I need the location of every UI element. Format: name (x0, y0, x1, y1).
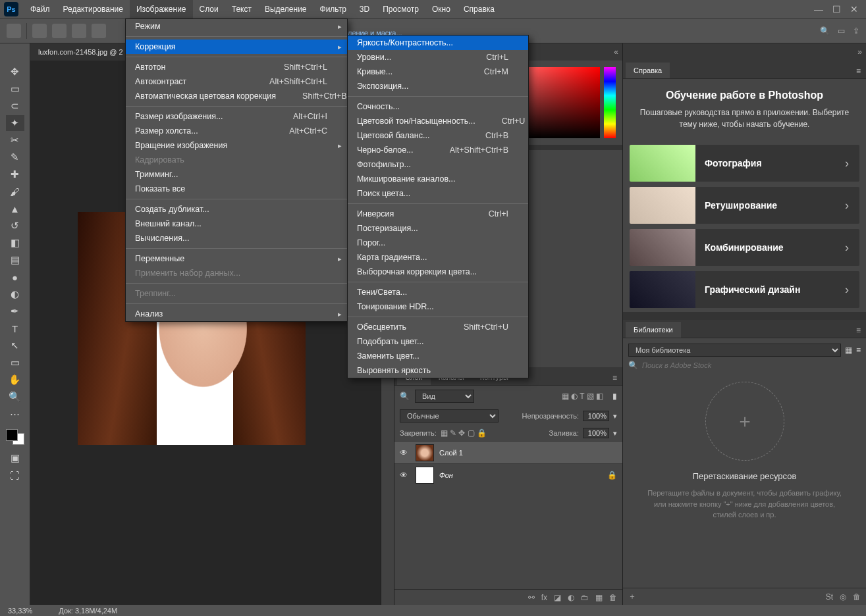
menu-item[interactable]: Заменить цвет... (348, 349, 528, 363)
menu-файл[interactable]: Файл (24, 0, 57, 18)
zoom-level[interactable]: 33,33% (8, 607, 32, 615)
link-icon[interactable]: ⚯ (528, 593, 535, 602)
menu-item[interactable]: Постеризация... (348, 221, 528, 236)
add-icon[interactable]: ＋ (628, 591, 636, 602)
layer-row[interactable]: 👁 Слой 1 (394, 441, 622, 463)
menu-item[interactable]: Яркость/Контрастность... (348, 36, 528, 50)
minimize-button[interactable]: ― (814, 4, 823, 14)
type-tool[interactable]: T (6, 321, 24, 336)
document-tab[interactable]: luxfon.com-21458.jpg @ 2 (30, 43, 132, 61)
tab-help[interactable]: Справка (626, 63, 670, 78)
lasso-tool[interactable]: ⊂ (6, 98, 24, 114)
stock-icon[interactable]: St (826, 592, 833, 602)
menu-item[interactable]: Выровнять яркость (348, 363, 528, 378)
maximize-button[interactable]: ☐ (832, 4, 841, 14)
chevron-down-icon[interactable]: ▾ (613, 412, 617, 421)
crop-tool[interactable]: ✂ (6, 132, 24, 148)
lock-icons[interactable]: ▦ ✎ ✥ ▢ 🔒 (441, 428, 487, 438)
menu-item[interactable]: Внешний канал... (126, 217, 347, 231)
hand-tool[interactable]: ✋ (6, 372, 24, 388)
blend-mode-select[interactable]: Обычные (400, 409, 499, 423)
fill-input[interactable] (583, 428, 609, 438)
tool-preset-icon[interactable] (7, 24, 21, 38)
learn-item[interactable]: Фотография› (630, 145, 859, 182)
menu-item[interactable]: Черно-белое...Alt+Shift+Ctrl+B (348, 143, 528, 157)
trash-icon[interactable]: 🗑 (853, 592, 861, 602)
opacity-input[interactable] (583, 411, 609, 421)
tab-libraries[interactable]: Библиотеки (626, 322, 681, 338)
menu-item[interactable]: ОбесцветитьShift+Ctrl+U (348, 320, 528, 334)
fx-icon[interactable]: fx (541, 593, 547, 602)
menu-item[interactable]: Карта градиента... (348, 250, 528, 265)
layer-row[interactable]: 👁 Фон 🔒 (394, 463, 622, 486)
visibility-icon[interactable]: 👁 (400, 448, 410, 457)
menu-item[interactable]: Коррекция (126, 39, 347, 54)
menu-item[interactable]: Цветовой баланс...Ctrl+B (348, 128, 528, 143)
filter-toggle[interactable]: ▮ (612, 392, 617, 401)
marquee-tool[interactable]: ▭ (6, 81, 24, 97)
menu-item[interactable]: Вращение изображения (126, 138, 347, 153)
adjustment-icon[interactable]: ◐ (568, 593, 574, 602)
menu-item[interactable]: Поиск цвета... (348, 186, 528, 201)
share-icon[interactable]: ⇪ (853, 26, 859, 36)
expand-icon[interactable]: » (857, 47, 862, 57)
path-select-tool[interactable]: ↖ (6, 338, 24, 353)
doc-info[interactable]: Док: 3,18M/4,24M (59, 607, 117, 615)
folder-icon[interactable]: 🗀 (581, 593, 589, 602)
menu-item[interactable]: ИнверсияCtrl+I (348, 207, 528, 221)
library-dropzone[interactable]: ＋ (705, 382, 784, 461)
library-search-input[interactable] (642, 361, 861, 369)
menu-item[interactable]: Кривые...Ctrl+M (348, 64, 528, 79)
close-button[interactable]: ✕ (850, 4, 858, 14)
menu-item[interactable]: Уровни...Ctrl+L (348, 50, 528, 64)
menu-изображение[interactable]: Изображение (130, 0, 193, 18)
learn-item[interactable]: Ретуширование› (630, 187, 859, 224)
layer-filter-icons[interactable]: ▦ ◐ T ▧ ◧ (562, 392, 603, 401)
heal-tool[interactable]: ✚ (6, 167, 24, 182)
menu-item[interactable]: Микширование каналов... (348, 172, 528, 186)
eraser-tool[interactable]: ◧ (6, 235, 24, 251)
menu-item[interactable]: Размер изображения...Alt+Ctrl+I (126, 109, 347, 124)
menu-item[interactable]: АвтоконтрастAlt+Shift+Ctrl+L (126, 74, 347, 89)
menu-фильтр[interactable]: Фильтр (313, 0, 353, 18)
menu-item[interactable]: Экспозиция... (348, 79, 528, 93)
grid-view-icon[interactable]: ▦ (845, 346, 852, 355)
menu-окно[interactable]: Окно (425, 0, 457, 18)
library-select[interactable]: Моя библиотека (628, 344, 841, 357)
stamp-tool[interactable]: ▲ (6, 201, 24, 217)
menu-item[interactable]: Подобрать цвет... (348, 334, 528, 349)
menu-item[interactable]: Размер холста...Alt+Ctrl+C (126, 124, 347, 138)
opt-icon[interactable] (92, 24, 106, 38)
menu-item[interactable]: Анализ (126, 307, 347, 321)
dodge-tool[interactable]: ◐ (6, 286, 24, 302)
panel-menu-icon[interactable]: ≡ (607, 371, 622, 385)
menu-item[interactable]: Создать дубликат... (126, 202, 347, 217)
menu-редактирование[interactable]: Редактирование (57, 0, 130, 18)
opt-icon[interactable] (72, 24, 86, 38)
menu-item[interactable]: Тонирование HDR... (348, 299, 528, 314)
quick-select-tool[interactable]: ✦ (6, 115, 24, 131)
menu-item[interactable]: Цветовой тон/Насыщенность...Ctrl+U (348, 114, 528, 128)
search-icon[interactable]: 🔍 (820, 26, 830, 36)
menu-item[interactable]: Выборочная коррекция цвета... (348, 265, 528, 279)
edit-toolbar[interactable]: ⋯ (6, 406, 24, 422)
layer-kind-select[interactable]: Вид (415, 390, 474, 403)
quickmask-tool[interactable]: ▣ (6, 450, 24, 466)
menu-item[interactable]: Переменные (126, 251, 347, 266)
mask-icon[interactable]: ◪ (554, 593, 561, 602)
zoom-tool[interactable]: 🔍 (6, 389, 24, 405)
screenmode-tool[interactable]: ⛶ (6, 467, 24, 483)
menu-справка[interactable]: Справка (457, 0, 501, 18)
menu-item[interactable]: Автоматическая цветовая коррекцияShift+C… (126, 89, 347, 103)
move-tool[interactable]: ✥ (6, 64, 24, 80)
chevron-down-icon[interactable]: ▾ (613, 429, 617, 438)
opt-icon[interactable] (32, 24, 47, 38)
hue-slider[interactable] (604, 67, 616, 138)
menu-слои[interactable]: Слои (193, 0, 225, 18)
menu-item[interactable]: АвтотонShift+Ctrl+L (126, 60, 347, 74)
menu-item[interactable]: Показать все (126, 182, 347, 196)
trash-icon[interactable]: 🗑 (609, 593, 617, 602)
menu-item[interactable]: Режим (126, 19, 347, 34)
menu-item[interactable]: Тени/Света... (348, 285, 528, 299)
menu-выделение[interactable]: Выделение (258, 0, 313, 18)
